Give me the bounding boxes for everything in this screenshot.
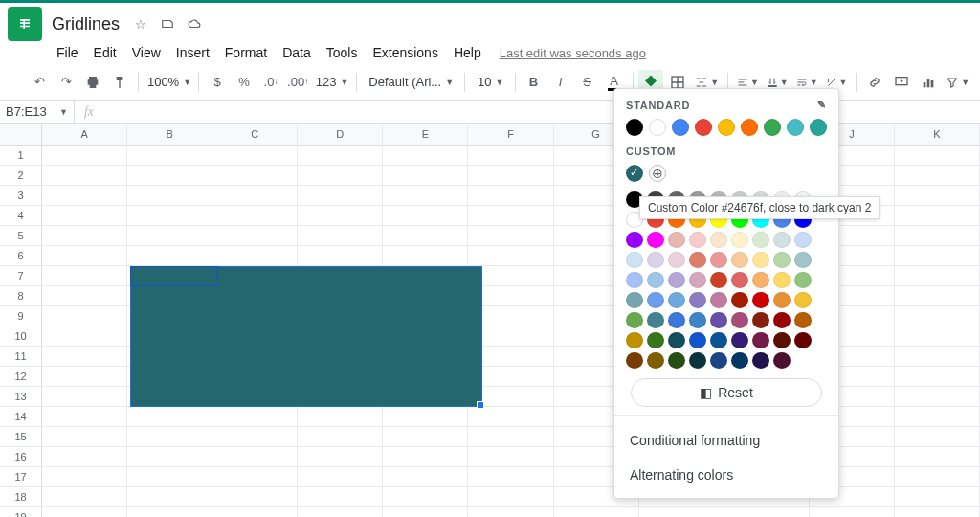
row-header[interactable]: 2 [0, 166, 42, 186]
cell[interactable] [298, 427, 383, 447]
standard-color-swatch[interactable] [741, 119, 758, 136]
palette-color-swatch[interactable] [668, 292, 685, 308]
palette-color-swatch[interactable] [668, 252, 685, 268]
cloud-status-icon[interactable] [185, 14, 204, 34]
cell[interactable] [298, 186, 383, 206]
column-header[interactable]: D [298, 124, 383, 146]
print-button[interactable] [80, 70, 105, 95]
palette-color-swatch[interactable] [794, 332, 812, 348]
palette-color-swatch[interactable] [647, 252, 664, 268]
row-header[interactable]: 3 [0, 186, 42, 206]
cell[interactable] [383, 407, 468, 427]
palette-color-swatch[interactable] [773, 272, 791, 288]
palette-color-swatch[interactable] [794, 232, 812, 248]
row-header[interactable]: 12 [0, 367, 42, 387]
selected-range-fill[interactable] [130, 266, 482, 407]
cell[interactable] [383, 226, 468, 246]
decrease-decimal-button[interactable]: .0↓ [258, 70, 283, 95]
cell[interactable] [468, 467, 553, 487]
palette-color-swatch[interactable] [647, 332, 664, 348]
palette-color-swatch[interactable] [731, 332, 748, 348]
cell[interactable] [298, 206, 383, 226]
cell[interactable] [298, 467, 383, 487]
palette-color-swatch[interactable] [689, 292, 706, 308]
cell[interactable] [895, 146, 980, 166]
cell[interactable] [895, 166, 980, 186]
menu-view[interactable]: View [125, 43, 167, 62]
edit-icon[interactable]: ✎ [817, 99, 827, 111]
row-header[interactable]: 9 [0, 306, 42, 326]
cell[interactable] [468, 507, 553, 517]
cell[interactable] [42, 467, 127, 487]
palette-color-swatch[interactable] [794, 292, 812, 308]
palette-color-swatch[interactable] [731, 352, 748, 369]
standard-color-swatch[interactable] [787, 119, 804, 136]
italic-button[interactable]: I [548, 70, 573, 95]
palette-color-swatch[interactable] [668, 312, 685, 328]
cell[interactable] [42, 166, 127, 186]
palette-color-swatch[interactable] [731, 232, 748, 248]
palette-color-swatch[interactable] [710, 272, 727, 288]
palette-color-swatch[interactable] [689, 252, 706, 268]
row-header[interactable]: 19 [0, 507, 42, 517]
palette-color-swatch[interactable] [731, 292, 748, 308]
cell[interactable] [383, 427, 468, 447]
palette-color-swatch[interactable] [752, 312, 769, 328]
row-header[interactable]: 13 [0, 387, 42, 407]
palette-color-swatch[interactable] [731, 312, 748, 328]
cell[interactable] [212, 427, 298, 447]
menu-data[interactable]: Data [276, 43, 318, 62]
row-header[interactable]: 11 [0, 347, 42, 367]
palette-color-swatch[interactable] [773, 332, 791, 348]
cell[interactable] [639, 507, 724, 517]
cell[interactable] [895, 206, 980, 226]
cell[interactable] [42, 347, 127, 367]
palette-color-swatch[interactable] [710, 352, 727, 369]
cell[interactable] [127, 166, 212, 186]
paint-format-button[interactable] [107, 70, 132, 95]
cell[interactable] [212, 166, 298, 186]
palette-color-swatch[interactable] [689, 352, 706, 369]
palette-color-swatch[interactable] [626, 252, 643, 268]
select-all-corner[interactable] [0, 124, 42, 146]
cell[interactable] [42, 146, 127, 166]
format-currency-button[interactable]: $ [205, 70, 230, 95]
cell[interactable] [298, 226, 383, 246]
palette-color-swatch[interactable] [752, 332, 769, 348]
palette-color-swatch[interactable] [752, 292, 769, 308]
custom-color-swatch[interactable] [626, 165, 643, 182]
cell[interactable] [468, 407, 553, 427]
cell[interactable] [212, 407, 298, 427]
cell[interactable] [42, 447, 127, 467]
cell[interactable] [554, 507, 639, 517]
cell[interactable] [127, 467, 212, 487]
redo-button[interactable]: ↷ [54, 70, 78, 95]
palette-color-swatch[interactable] [710, 252, 727, 268]
cell[interactable] [42, 387, 127, 407]
palette-color-swatch[interactable] [668, 332, 685, 348]
palette-color-swatch[interactable] [668, 272, 685, 288]
palette-color-swatch[interactable] [710, 292, 727, 308]
cell[interactable] [42, 226, 127, 246]
palette-color-swatch[interactable] [752, 352, 769, 369]
cell[interactable] [895, 447, 980, 467]
cell[interactable] [42, 507, 127, 517]
cell[interactable] [127, 507, 212, 517]
column-header[interactable]: B [127, 124, 212, 146]
palette-color-swatch[interactable] [794, 312, 812, 328]
menu-edit[interactable]: Edit [87, 43, 123, 62]
palette-color-swatch[interactable] [710, 232, 727, 248]
cell[interactable] [42, 367, 127, 387]
cell[interactable] [895, 306, 980, 326]
cell[interactable] [212, 447, 298, 467]
column-header[interactable]: F [468, 124, 553, 146]
cell[interactable] [383, 467, 468, 487]
standard-color-swatch[interactable] [718, 119, 735, 136]
cell[interactable] [127, 427, 212, 447]
palette-color-swatch[interactable] [668, 232, 685, 248]
palette-color-swatch[interactable] [626, 332, 643, 348]
cell[interactable] [127, 226, 212, 246]
palette-color-swatch[interactable] [731, 272, 748, 288]
menu-file[interactable]: File [50, 43, 85, 62]
cell[interactable] [298, 487, 383, 507]
